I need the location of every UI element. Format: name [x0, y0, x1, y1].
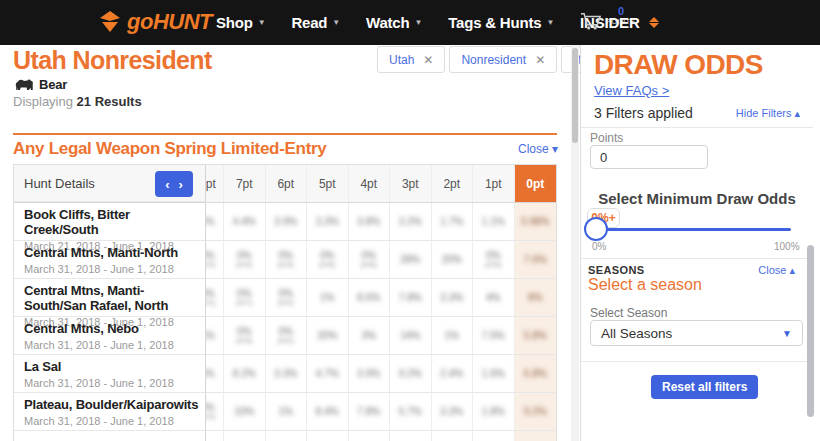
nav-item-tags-hunts[interactable]: Tags & Hunts▼ — [448, 14, 554, 31]
hunt-details-cell: Plateau, Boulder/KaiparowitsMarch 31, 20… — [14, 393, 206, 431]
close-icon[interactable]: ✕ — [423, 53, 433, 67]
odds-cell: 3.3% — [432, 279, 474, 317]
nav-item-read[interactable]: Read▼ — [291, 14, 340, 31]
cart-icon[interactable] — [580, 11, 602, 35]
odds-cell: 1% — [432, 317, 474, 355]
close-icon[interactable]: ✕ — [535, 53, 545, 67]
filters-applied-label: 3 Filters applied — [594, 105, 693, 121]
odds-cell: 10% — [224, 393, 266, 431]
main-scrollbar-thumb[interactable] — [572, 48, 578, 143]
odds-cell: 8.4% — [307, 393, 349, 431]
odds-cell: 0%(0/7) — [224, 279, 266, 317]
column-pager[interactable]: ‹› — [155, 171, 193, 197]
odds-cell: 1% — [266, 393, 308, 431]
odds-cell — [206, 431, 224, 441]
table-row[interactable]: Central Mtns, Manti-NorthMarch 31, 2018 … — [14, 241, 556, 279]
hunt-details-cell: Book Cliffs, Bitter Creek/SouthMarch 21,… — [14, 203, 206, 241]
odds-cell: 7.8% — [390, 279, 432, 317]
column-header-6pt: 6pt — [266, 165, 308, 202]
column-header-7pt: 7pt — [224, 165, 266, 202]
season-dropdown[interactable]: All Seasons ▼ — [590, 320, 803, 346]
hunt-name: Plateau, Boulder/Kaiparowits — [24, 398, 205, 413]
odds-cell — [349, 431, 391, 441]
odds-cell: 3.3% — [307, 203, 349, 241]
section-close-link[interactable]: Close ▾ — [518, 142, 558, 156]
odds-cell: 5.8% — [515, 317, 557, 355]
odds-cell: 8.6% — [349, 279, 391, 317]
filter-chip-utah[interactable]: Utah✕ — [377, 46, 445, 73]
table-row[interactable]: Plateau, Boulder/KaiparowitsMarch 31, 20… — [14, 393, 556, 431]
odds-cell: 6.8% — [515, 355, 557, 393]
nav-item-watch[interactable]: Watch▼ — [366, 14, 422, 31]
odds-cell: 0%(0/2) — [206, 241, 224, 279]
odds-cell: 7.5% — [473, 317, 515, 355]
hide-filters-link[interactable]: Hide Filters ▴ — [736, 107, 800, 120]
odds-cell — [266, 431, 308, 441]
points-count: 0 — [600, 5, 642, 17]
column-header-1pt: 1pt — [473, 165, 515, 202]
gohunt-logo-text: goHUNT — [127, 9, 212, 35]
table-row[interactable]: Book Cliffs, Bitter Creek/SouthMarch 21,… — [14, 203, 556, 241]
view-faqs-link[interactable]: View FAQs > — [594, 83, 669, 98]
hunt-details-cell: Central Mtns, NeboMarch 31, 2018 - June … — [14, 317, 206, 355]
panel-scrollbar-thumb[interactable] — [807, 245, 814, 417]
odds-cell: 3.8% — [349, 203, 391, 241]
odds-cell: 0%(0/9) — [473, 241, 515, 279]
hunt-details-cell: Central Mtns, Manti-South/San Rafael, No… — [14, 279, 206, 317]
odds-cell: 3.2% — [390, 203, 432, 241]
results-count: Displaying 21 Results — [13, 94, 142, 109]
panel-divider — [581, 127, 813, 128]
chevron-down-icon: ▼ — [414, 18, 422, 27]
column-header-3pt: 3pt — [390, 165, 432, 202]
table-row[interactable]: Central Mtns, NeboMarch 31, 2018 - June … — [14, 317, 556, 355]
prev-page-icon[interactable]: ‹ — [165, 178, 169, 191]
slider-title: Select Minimum Draw Odds — [581, 190, 813, 207]
main-scrollbar[interactable] — [571, 45, 579, 441]
odds-cell: 4% — [473, 279, 515, 317]
odds-cell: 0%(0/1) — [206, 279, 224, 317]
table-row[interactable]: La SalMarch 31, 2018 - June 1, 20186%8.2… — [14, 355, 556, 393]
bear-icon — [13, 78, 35, 91]
odds-cell: 8.2% — [224, 355, 266, 393]
hunt-details-cell: La SalMarch 31, 2018 - June 1, 2018 — [14, 355, 206, 393]
season-select-label: Select Season — [590, 306, 667, 320]
reset-filters-button[interactable]: Reset all filters — [651, 375, 758, 399]
hunt-dates: March 31, 2018 - June 1, 2018 — [24, 339, 205, 351]
panel-divider — [581, 361, 813, 362]
page-title: Utah Nonresident — [13, 46, 212, 75]
points-input[interactable] — [590, 145, 708, 169]
filter-chip-label: Utah — [389, 53, 414, 67]
filter-chip-nonresident[interactable]: Nonresident✕ — [449, 46, 557, 73]
nav-item-shop[interactable]: Shop▼ — [216, 14, 265, 31]
points-indicator[interactable]: 0 POINTS — [600, 5, 642, 25]
odds-cell: 9.2% — [515, 393, 557, 431]
section-divider — [13, 133, 557, 135]
odds-cell: 9.2% — [390, 355, 432, 393]
column-header-2pt: 2pt — [432, 165, 474, 202]
odds-cell: 3.9% — [266, 203, 308, 241]
odds-cell: 1.1% — [473, 203, 515, 241]
odds-cell: 0%(0/2) — [266, 279, 308, 317]
odds-cell: 2.4% — [432, 355, 474, 393]
odds-cell: 20% — [432, 241, 474, 279]
odds-cell: 14% — [390, 317, 432, 355]
species-row: Bear — [13, 77, 67, 92]
odds-slider-handle[interactable] — [584, 217, 608, 241]
points-label: POINTS — [600, 18, 642, 25]
odds-cell — [515, 431, 557, 441]
column-header-5pt: 5pt — [307, 165, 349, 202]
next-page-icon[interactable]: › — [179, 178, 183, 191]
hunt-details-header: Hunt Details‹› — [14, 165, 206, 202]
gohunt-logo[interactable]: goHUNT — [98, 9, 212, 35]
odds-cell — [473, 431, 515, 441]
hunt-details-cell — [14, 431, 206, 441]
odds-cell: 3% — [349, 317, 391, 355]
odds-cell: 0%(0/2) — [206, 393, 224, 431]
draw-odds-table: Hunt Details‹›8pt7pt6pt5pt4pt3pt2pt1pt0p… — [13, 164, 557, 441]
odds-slider-track[interactable] — [594, 228, 791, 231]
hunt-name: La Sal — [24, 360, 205, 375]
table-row-partial — [14, 431, 556, 441]
table-row[interactable]: Central Mtns, Manti-South/San Rafael, No… — [14, 279, 556, 317]
odds-cell — [224, 431, 266, 441]
seasons-close-link[interactable]: Close ▴ — [758, 264, 795, 277]
